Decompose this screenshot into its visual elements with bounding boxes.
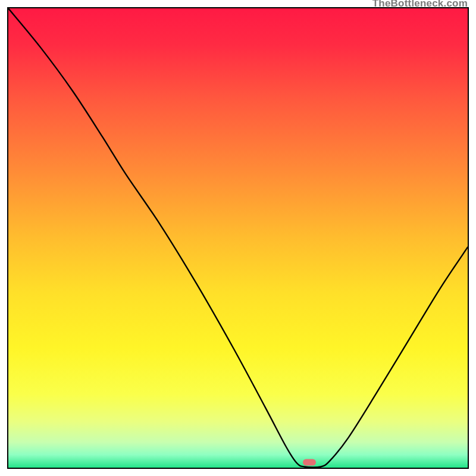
bottleneck-chart: TheBottleneck.com xyxy=(0,0,476,476)
gradient-background xyxy=(8,8,468,468)
svg-rect-0 xyxy=(8,8,468,468)
optimal-point-marker xyxy=(303,459,316,465)
plot-area xyxy=(7,7,469,469)
